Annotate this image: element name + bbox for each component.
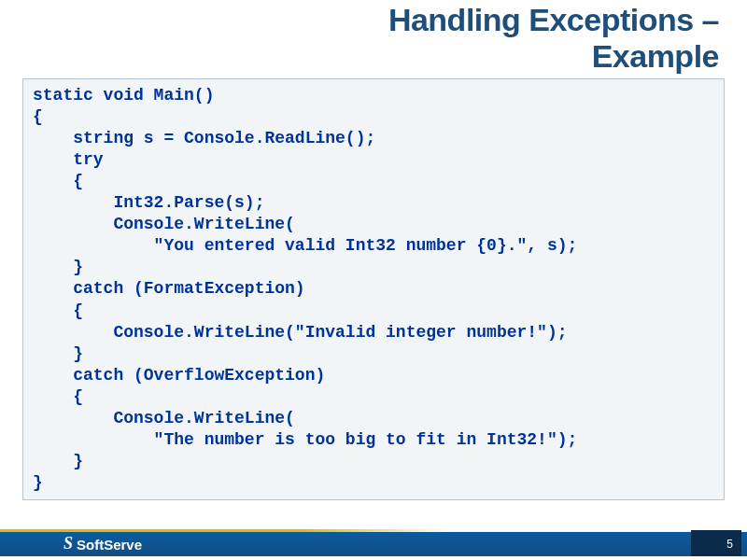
title-line-2: Example xyxy=(592,38,719,74)
logo: S SoftServe xyxy=(63,535,142,554)
title-line-1: Handling Exceptions – xyxy=(388,2,719,37)
logo-text: SoftServe xyxy=(77,537,142,553)
page-number: 5 xyxy=(726,538,734,551)
slide-title: Handling Exceptions – Example xyxy=(0,0,747,75)
footer-bar: S SoftServe 5 xyxy=(0,532,747,556)
logo-mark: S xyxy=(63,534,73,553)
footer: S SoftServe 5 xyxy=(0,529,747,556)
code-block: static void Main() { string s = Console.… xyxy=(22,78,725,500)
